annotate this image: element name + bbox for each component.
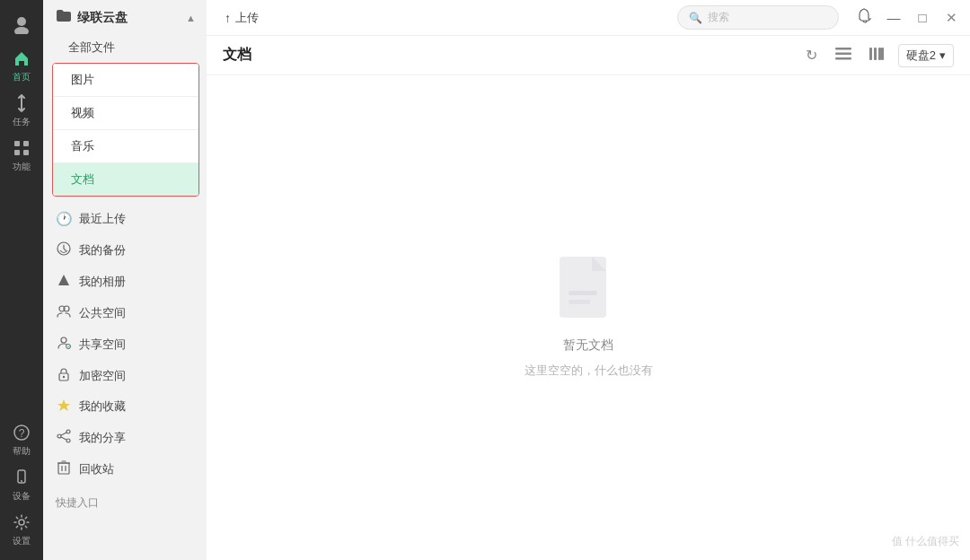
public-space-item[interactable]: 公共空间 xyxy=(43,297,207,328)
svg-point-22 xyxy=(66,439,70,442)
recent-upload-label: 最近上传 xyxy=(79,211,198,227)
functions-icon xyxy=(13,139,31,160)
svg-rect-4 xyxy=(14,150,20,155)
svg-marker-19 xyxy=(57,399,70,411)
favorites-item[interactable]: 我的收藏 xyxy=(43,391,207,422)
shared-space-item[interactable]: 共享空间 xyxy=(43,328,207,360)
view-list-button-1[interactable] xyxy=(832,46,855,66)
main-content: ↑ 上传 🔍 搜索 — □ ✕ 文档 ↻ xyxy=(207,0,970,560)
folder-icon xyxy=(56,9,72,27)
window-controls: — □ ✕ xyxy=(857,8,959,27)
storage-select[interactable]: 硬盘2 ▾ xyxy=(898,44,954,67)
file-type-group: 图片 视频 音乐 文档 xyxy=(52,63,199,197)
file-type-docs[interactable]: 文档 xyxy=(53,163,198,196)
search-icon: 🔍 xyxy=(689,12,702,24)
video-label: 视频 xyxy=(71,106,94,119)
icon-bar: 首页 任务 功能 ? 帮助 xyxy=(0,0,43,560)
help-icon: ? xyxy=(13,424,31,444)
svg-point-15 xyxy=(61,337,66,343)
user-avatar[interactable] xyxy=(0,7,43,42)
svg-rect-31 xyxy=(835,57,851,60)
share-icon xyxy=(56,429,72,446)
sidebar-item-functions[interactable]: 功能 xyxy=(0,132,43,177)
functions-label: 功能 xyxy=(13,162,31,171)
clock-icon: 🕐 xyxy=(56,211,72,227)
file-type-images[interactable]: 图片 xyxy=(53,64,198,97)
svg-point-10 xyxy=(19,520,24,525)
search-box[interactable]: 🔍 搜索 xyxy=(677,5,839,30)
settings-icon xyxy=(13,513,31,534)
file-type-video[interactable]: 视频 xyxy=(53,97,198,130)
storage-label: 硬盘2 xyxy=(906,48,936,64)
maximize-button[interactable]: □ xyxy=(914,10,930,25)
title-bar: ↑ 上传 🔍 搜索 — □ ✕ xyxy=(207,0,970,36)
public-icon xyxy=(56,304,72,321)
svg-text:?: ? xyxy=(19,427,25,440)
home-label: 首页 xyxy=(13,73,31,82)
images-label: 图片 xyxy=(71,73,94,86)
svg-rect-37 xyxy=(569,291,597,295)
docs-label: 文档 xyxy=(71,172,94,186)
sidebar-item-help[interactable]: ? 帮助 xyxy=(0,416,43,461)
svg-point-21 xyxy=(57,434,61,438)
tasks-icon xyxy=(13,94,31,115)
svg-point-9 xyxy=(21,480,22,482)
settings-label: 设置 xyxy=(13,537,31,546)
encrypted-space-label: 加密空间 xyxy=(79,368,198,384)
empty-title: 暂无文档 xyxy=(563,337,613,354)
my-backup-item[interactable]: 我的备份 xyxy=(43,234,207,266)
sidebar-item-tasks[interactable]: 任务 xyxy=(0,87,43,132)
sidebar-footer: 快捷入口 xyxy=(43,488,207,518)
minimize-button[interactable]: — xyxy=(886,10,902,25)
sidebar-item-home[interactable]: 首页 xyxy=(0,42,43,87)
encrypted-space-item[interactable]: 加密空间 xyxy=(43,360,207,391)
file-type-music[interactable]: 音乐 xyxy=(53,130,198,163)
star-icon xyxy=(56,398,72,415)
all-files-item[interactable]: 全部文件 xyxy=(43,34,207,61)
close-button[interactable]: ✕ xyxy=(943,10,959,26)
search-placeholder: 搜索 xyxy=(708,10,729,25)
storage-arrow-icon: ▾ xyxy=(939,48,946,62)
my-album-label: 我的相册 xyxy=(79,274,198,290)
upload-button[interactable]: ↑ 上传 xyxy=(217,6,266,30)
device-label: 设备 xyxy=(13,492,31,501)
my-share-item[interactable]: 我的分享 xyxy=(43,422,207,453)
home-icon xyxy=(13,49,31,70)
recent-upload-item[interactable]: 🕐 最近上传 xyxy=(43,204,207,234)
view-grid-button[interactable] xyxy=(866,46,887,66)
tasks-label: 任务 xyxy=(13,118,31,127)
svg-rect-33 xyxy=(874,48,877,60)
svg-rect-3 xyxy=(23,141,29,146)
svg-point-16 xyxy=(66,345,71,349)
refresh-button[interactable]: ↻ xyxy=(802,45,821,66)
sidebar: 绿联云盘 ▲ 全部文件 图片 视频 音乐 文档 🕐 最近上传 xyxy=(43,0,207,560)
svg-rect-38 xyxy=(569,300,590,304)
svg-line-24 xyxy=(61,437,66,440)
quick-entry-label: 快捷入口 xyxy=(56,496,99,509)
sidebar-item-settings[interactable]: 设置 xyxy=(0,506,43,551)
svg-marker-12 xyxy=(58,275,69,285)
shared-space-label: 共享空间 xyxy=(79,337,198,353)
shared-icon xyxy=(56,336,72,353)
device-icon xyxy=(13,468,31,489)
header-arrow-icon: ▲ xyxy=(186,13,196,23)
svg-rect-34 xyxy=(878,48,881,60)
my-album-item[interactable]: 我的相册 xyxy=(43,266,207,297)
trash-icon xyxy=(56,460,72,477)
notification-icon[interactable] xyxy=(857,8,873,27)
upload-icon: ↑ xyxy=(225,11,231,25)
content-header: 文档 ↻ 硬盘2 ▾ xyxy=(207,36,970,75)
cloud-drive-title: 绿联云盘 xyxy=(77,10,181,26)
recycle-bin-item[interactable]: 回收站 xyxy=(43,453,207,485)
sidebar-item-device[interactable]: 设备 xyxy=(0,461,43,506)
cloud-drive-header[interactable]: 绿联云盘 ▲ xyxy=(43,0,207,34)
svg-rect-5 xyxy=(23,150,29,155)
content-title: 文档 xyxy=(223,46,791,65)
svg-rect-29 xyxy=(835,48,851,50)
backup-icon xyxy=(56,241,72,258)
empty-icon xyxy=(552,257,624,328)
svg-line-23 xyxy=(61,433,66,435)
svg-rect-2 xyxy=(14,141,20,146)
all-files-label: 全部文件 xyxy=(68,40,115,54)
my-share-label: 我的分享 xyxy=(79,430,198,446)
